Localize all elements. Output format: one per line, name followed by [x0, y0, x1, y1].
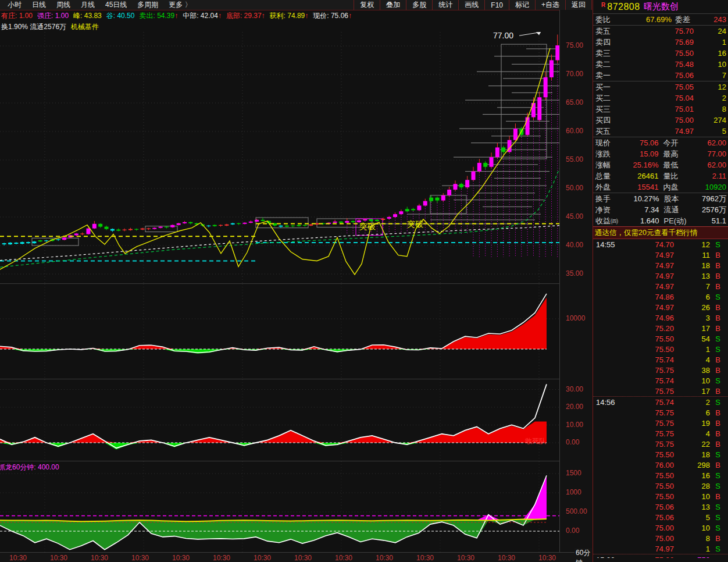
time-axis: 60分钟 10:3010:3010:3010:3010:3010:3010:30… — [0, 552, 592, 562]
axis-tick-label: 35.00 — [566, 269, 583, 278]
menu-item-period[interactable]: 更多 〉 — [163, 0, 197, 10]
stat-value: 62.00 — [687, 138, 727, 147]
tape-row: 75.754B — [593, 428, 728, 439]
time-tick-label: 10:30 — [416, 554, 434, 562]
axis-tick-label: 75.00 — [566, 41, 583, 49]
time-tick-label: 10:30 — [91, 554, 108, 562]
tape-volume: 2 — [674, 398, 710, 407]
tape-price: 75.75 — [620, 419, 674, 428]
period-label[interactable]: 60分钟 — [574, 548, 592, 562]
stat-label: 最高 — [663, 149, 687, 159]
pane-separator[interactable] — [0, 379, 592, 379]
stat-label: 内盘 — [663, 182, 687, 193]
menu-item-action[interactable]: 叠加 — [380, 0, 406, 10]
level-volume: 7 — [697, 71, 726, 80]
tape-volume: 8 — [674, 534, 710, 543]
ask-row[interactable]: 卖三75.5016 — [593, 48, 728, 59]
menu-item-action[interactable]: 多股 — [406, 0, 432, 10]
menu-item-action[interactable]: 复权 — [354, 0, 380, 10]
menu-item-action[interactable]: 标记 — [509, 0, 535, 10]
level-volume: 12 — [697, 83, 726, 91]
stat-value: 51.1 — [691, 216, 727, 225]
main-candlestick-chart[interactable]: 突破突破77.00 — [0, 32, 559, 283]
level-volume: 1 — [697, 38, 726, 47]
menu-item-action[interactable]: +自选 — [535, 0, 565, 10]
tape-direction: B — [710, 272, 720, 280]
axis-tick-label: 55.00 — [566, 155, 583, 163]
tape-price: 74.97 — [620, 251, 674, 259]
menu-item-action[interactable]: F10 — [484, 0, 509, 10]
tape-price: 75.50 — [620, 335, 674, 343]
axis-tick-label: 20.00 — [566, 403, 583, 411]
level-volume: 2 — [697, 94, 726, 102]
level-label: 卖三 — [595, 48, 611, 59]
tape-direction: S — [710, 345, 720, 354]
stat-value: 25.16% — [619, 161, 659, 169]
period-menu: 小时日线周线月线45日线多周期更多 〉 — [0, 0, 197, 10]
promo-banner[interactable]: 通达信，仅需20元查看千档行情 — [593, 226, 728, 239]
tape-row: 75.0613S — [593, 501, 728, 512]
bid-row[interactable]: 买三75.018 — [593, 104, 728, 115]
level-volume: 10 — [697, 60, 726, 69]
bid-row[interactable]: 买四75.00274 — [593, 115, 728, 126]
ask-row[interactable]: 卖五75.7024 — [593, 26, 728, 37]
bid-row[interactable]: 买一75.0512 — [593, 81, 728, 93]
stat-value: 7.34 — [623, 205, 659, 214]
indicator-item: 中部: 42.04↑ — [183, 11, 222, 21]
stock-name: 曙光数创 — [644, 1, 679, 12]
stats-block-2: 换手10.27%股本7962万净资7.34流通2576万收益㈣1.640PE(动… — [593, 193, 728, 226]
action-menu: 复权叠加多股统计画线F10标记+自选返回 — [354, 0, 592, 10]
stat-label: 最低 — [663, 160, 687, 170]
tape-row: 75.5028S — [593, 481, 728, 491]
level-price: 75.00 — [611, 116, 694, 125]
tape-volume: 6 — [674, 408, 710, 417]
zhualong-indicator-pane[interactable] — [0, 461, 559, 552]
tape-row: 75.008B — [593, 533, 728, 543]
menu-item-period[interactable]: 日线 — [27, 0, 51, 10]
menu-item-period[interactable]: 月线 — [76, 0, 100, 10]
level-label: 卖二 — [595, 59, 611, 70]
menu-item-action[interactable]: 画线 — [458, 0, 484, 10]
weicha-label: 委差 — [675, 15, 690, 25]
pane-separator[interactable] — [0, 461, 592, 461]
volume-indicator-pane[interactable] — [0, 284, 559, 379]
tape-price: 75.50 — [620, 450, 674, 459]
tape-row: 75.0010S — [593, 522, 728, 533]
indicator-label-value: 强庄: 1.00 — [37, 12, 69, 20]
tape-price: 75.75 — [620, 440, 674, 449]
momentum-indicator-pane[interactable] — [0, 379, 559, 461]
menu-item-period[interactable]: 小时 — [2, 0, 27, 10]
time-tick-label: 10:30 — [9, 554, 27, 562]
bid-row[interactable]: 买五74.975 — [593, 126, 728, 137]
tape-row: 74.971S — [593, 543, 728, 554]
axis-tick-label: 65.00 — [566, 98, 583, 106]
stat-label: PE(动) — [664, 216, 691, 226]
menu-item-period[interactable]: 周线 — [51, 0, 76, 10]
pane-separator[interactable] — [0, 283, 592, 284]
tape-volume: 13 — [674, 272, 710, 280]
tape-row: 74.9726B — [593, 302, 728, 312]
ask-row[interactable]: 卖一75.067 — [593, 70, 728, 81]
ask-row[interactable]: 卖二75.4810 — [593, 59, 728, 70]
stat-value: 1.640 — [623, 216, 659, 225]
tape-direction: B — [710, 303, 720, 312]
tape-direction: B — [710, 261, 720, 270]
level-label: 卖一 — [595, 70, 611, 81]
level-price: 75.04 — [611, 94, 694, 102]
indicator-label-value: 中部: 42.04 — [183, 12, 218, 20]
time-tick-label: 10:30 — [213, 554, 230, 562]
industry-text[interactable]: 机械基件 — [71, 22, 99, 32]
tape-price: 74.97 — [620, 272, 674, 280]
ask-row[interactable]: 卖四75.691 — [593, 37, 728, 48]
tape-direction: S — [710, 482, 720, 490]
tape-volume: 10 — [674, 524, 710, 532]
tape-volume: 26 — [674, 303, 710, 312]
menu-item-period[interactable]: 45日线 — [100, 0, 132, 10]
tape-price: 75.75 — [620, 366, 674, 375]
stat-label: 今开 — [663, 138, 687, 148]
menu-item-period[interactable]: 多周期 — [132, 0, 163, 10]
menu-item-action[interactable]: 统计 — [432, 0, 458, 10]
menu-item-action[interactable]: 返回 — [565, 0, 592, 10]
bid-row[interactable]: 买二75.042 — [593, 93, 728, 104]
tick-tape-list[interactable]: 14:5574.7012S74.9711B74.9718B74.9713B74.… — [593, 239, 728, 558]
